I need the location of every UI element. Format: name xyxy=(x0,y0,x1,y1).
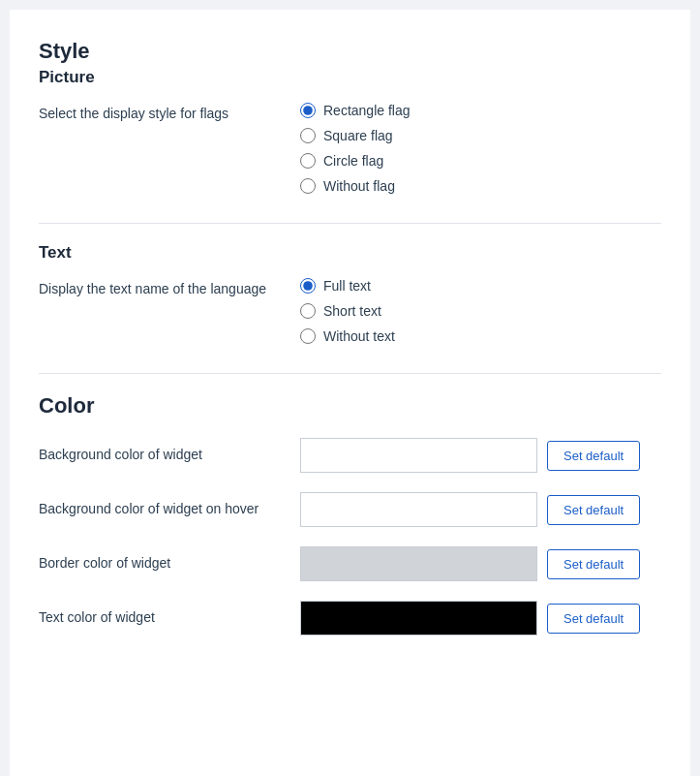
picture-subtitle: Picture xyxy=(39,68,661,87)
option-full-text-label: Full text xyxy=(323,278,371,294)
color-input-bg[interactable] xyxy=(300,438,537,473)
color-row-bg: Background color of widget Set default xyxy=(39,438,661,473)
option-without-flag[interactable]: Without flag xyxy=(300,178,411,194)
color-input-group-border: Set default xyxy=(300,546,640,581)
option-short-text-label: Short text xyxy=(323,303,381,319)
option-square-flag[interactable]: Square flag xyxy=(300,128,411,143)
option-without-text[interactable]: Without text xyxy=(300,328,395,344)
color-input-border[interactable] xyxy=(300,546,537,581)
color-input-text[interactable] xyxy=(300,601,537,636)
radio-rectangle-flag[interactable] xyxy=(300,103,316,118)
radio-circle-flag[interactable] xyxy=(300,153,316,169)
option-square-flag-label: Square flag xyxy=(323,128,393,143)
option-full-text[interactable]: Full text xyxy=(300,278,395,294)
set-default-bg-hover-button[interactable]: Set default xyxy=(547,495,640,525)
divider-2 xyxy=(39,373,661,374)
color-input-group-bg: Set default xyxy=(300,438,640,473)
page-title: Style xyxy=(39,39,661,64)
text-options: Full text Short text Without text xyxy=(300,278,395,344)
radio-square-flag[interactable] xyxy=(300,128,316,143)
radio-full-text[interactable] xyxy=(300,278,316,294)
color-label-border: Border color of widget xyxy=(39,554,300,574)
set-default-border-button[interactable]: Set default xyxy=(547,549,640,579)
radio-without-text[interactable] xyxy=(300,328,316,344)
option-without-flag-label: Without flag xyxy=(323,178,395,194)
option-without-text-label: Without text xyxy=(323,328,395,344)
text-label: Display the text name of the language xyxy=(39,278,300,299)
picture-row: Select the display style for flags Recta… xyxy=(39,103,661,194)
color-row-text: Text color of widget Set default xyxy=(39,601,661,636)
color-row-border: Border color of widget Set default xyxy=(39,546,661,581)
option-short-text[interactable]: Short text xyxy=(300,303,395,319)
text-row: Display the text name of the language Fu… xyxy=(39,278,661,344)
set-default-bg-button[interactable]: Set default xyxy=(547,441,640,471)
color-row-bg-hover: Background color of widget on hover Set … xyxy=(39,492,661,527)
color-section: Color Background color of widget Set def… xyxy=(39,393,661,636)
picture-label: Select the display style for flags xyxy=(39,103,300,124)
option-circle-flag-label: Circle flag xyxy=(323,153,383,169)
picture-options: Rectangle flag Square flag Circle flag W… xyxy=(300,103,411,194)
color-input-bg-hover[interactable] xyxy=(300,492,537,527)
divider-1 xyxy=(39,223,661,224)
color-title: Color xyxy=(39,393,661,419)
text-subtitle: Text xyxy=(39,243,661,263)
color-label-bg: Background color of widget xyxy=(39,446,300,465)
radio-without-flag[interactable] xyxy=(300,178,316,194)
main-container: Style Picture Select the display style f… xyxy=(10,10,690,776)
color-label-bg-hover: Background color of widget on hover xyxy=(39,500,300,519)
option-circle-flag[interactable]: Circle flag xyxy=(300,153,411,169)
color-input-group-text: Set default xyxy=(300,601,640,636)
color-input-group-bg-hover: Set default xyxy=(300,492,640,527)
color-label-text: Text color of widget xyxy=(39,608,300,628)
radio-short-text[interactable] xyxy=(300,303,316,319)
set-default-text-button[interactable]: Set default xyxy=(547,604,640,634)
option-rectangle-flag-label: Rectangle flag xyxy=(323,103,411,118)
option-rectangle-flag[interactable]: Rectangle flag xyxy=(300,103,411,118)
